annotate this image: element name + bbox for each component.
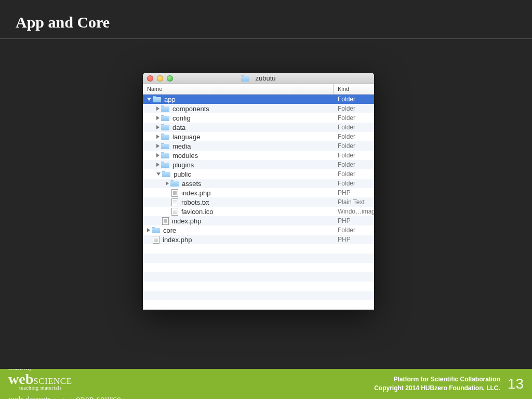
chevron-down-icon[interactable]	[147, 98, 151, 101]
file-row[interactable]: componentsFolder	[143, 104, 374, 113]
file-row[interactable]: assetsFolder	[143, 179, 374, 188]
file-kind: Folder	[334, 142, 374, 150]
folder-icon	[170, 180, 179, 187]
empty-row	[143, 254, 374, 263]
spacer	[147, 237, 151, 242]
file-row[interactable]: index.phpPHP	[143, 235, 374, 244]
file-name: public	[174, 170, 191, 178]
page-number: 13	[508, 376, 524, 392]
folder-icon	[161, 143, 169, 149]
file-row[interactable]: appFolder	[143, 95, 374, 104]
file-row[interactable]: index.phpPHP	[143, 188, 374, 197]
folder-icon	[162, 171, 170, 177]
empty-row	[143, 272, 374, 282]
chevron-right-icon[interactable]	[156, 163, 159, 167]
slide-title: App and Core	[0, 0, 532, 38]
file-row[interactable]: robots.txtPlain Text	[143, 197, 374, 207]
file-kind: PHP	[334, 236, 374, 243]
file-icon	[162, 217, 169, 225]
chevron-right-icon[interactable]	[166, 181, 169, 185]
file-name: assets	[182, 180, 202, 188]
spacer	[166, 209, 170, 214]
file-name: app	[164, 96, 176, 103]
folder-icon	[241, 75, 249, 82]
file-name: index.php	[172, 217, 201, 225]
column-header-name[interactable]: Name	[143, 84, 334, 94]
spacer	[166, 200, 170, 204]
file-kind: Folder	[334, 170, 374, 178]
file-row[interactable]: index.phpPHP	[143, 216, 374, 225]
empty-row	[143, 244, 374, 254]
file-name: index.php	[181, 189, 210, 197]
folder-icon	[161, 162, 169, 168]
file-name: data	[172, 124, 185, 131]
window-title: zubutu	[143, 74, 374, 82]
footer-right: Platform for Scientific Collaboration Co…	[374, 375, 524, 393]
zoom-icon[interactable]	[167, 75, 173, 82]
file-kind: PHP	[334, 189, 374, 196]
file-row[interactable]: pluginsFolder	[143, 160, 374, 169]
file-icon	[171, 198, 178, 206]
chevron-right-icon[interactable]	[156, 135, 159, 139]
empty-row	[143, 300, 374, 310]
column-headers: Name Kind	[143, 84, 374, 95]
chevron-right-icon[interactable]	[156, 144, 159, 148]
file-row[interactable]: publicFolder	[143, 169, 374, 179]
spacer	[156, 219, 161, 223]
file-name: robots.txt	[181, 198, 209, 206]
folder-icon	[161, 134, 169, 140]
footer-line1: Platform for Scientific Collaboration	[374, 375, 500, 384]
file-kind: Folder	[334, 180, 374, 187]
folder-icon	[153, 96, 161, 102]
file-icon	[171, 189, 178, 197]
file-name: index.php	[163, 236, 192, 244]
chevron-right-icon[interactable]	[156, 125, 159, 129]
titlebar[interactable]: zubutu	[143, 73, 374, 84]
file-kind: Folder	[334, 227, 374, 234]
footer-line2: Copyright 2014 HUBzero Foundation, LLC.	[374, 384, 500, 393]
file-kind: Folder	[334, 161, 374, 168]
empty-row	[143, 263, 374, 272]
footer-art: teractivity webSCIENCE teaching material…	[8, 369, 121, 399]
traffic-lights	[147, 75, 173, 82]
file-row[interactable]: configFolder	[143, 113, 374, 123]
file-row[interactable]: favicon.icoWindo…imag	[143, 207, 374, 216]
file-kind: Plain Text	[334, 198, 374, 206]
empty-row	[143, 282, 374, 291]
spacer	[166, 191, 170, 195]
file-name: config	[172, 114, 191, 122]
file-kind: Folder	[334, 105, 374, 112]
chevron-right-icon[interactable]	[156, 116, 159, 120]
file-kind: Folder	[334, 114, 374, 122]
empty-row	[143, 291, 374, 300]
folder-icon	[161, 152, 169, 158]
file-row[interactable]: mediaFolder	[143, 141, 374, 151]
file-icon	[153, 236, 159, 244]
file-kind: PHP	[334, 217, 374, 224]
finder-window: zubutu Name Kind appFoldercomponentsFold…	[143, 73, 374, 310]
chevron-down-icon[interactable]	[156, 172, 161, 176]
file-row[interactable]: dataFolder	[143, 123, 374, 132]
chevron-right-icon[interactable]	[156, 107, 159, 111]
file-row[interactable]: coreFolder	[143, 225, 374, 235]
file-list: appFoldercomponentsFolderconfigFolderdat…	[143, 95, 374, 310]
file-name: media	[172, 142, 191, 150]
folder-icon	[161, 105, 169, 112]
file-row[interactable]: modulesFolder	[143, 151, 374, 160]
close-icon[interactable]	[147, 75, 153, 82]
file-kind: Folder	[334, 152, 374, 159]
file-row[interactable]: languageFolder	[143, 132, 374, 141]
file-kind: Folder	[334, 96, 374, 103]
file-name: favicon.ico	[181, 208, 213, 216]
footer: teractivity webSCIENCE teaching material…	[0, 369, 532, 399]
file-name: modules	[172, 152, 198, 159]
folder-icon	[161, 124, 169, 130]
minimize-icon[interactable]	[157, 75, 163, 82]
file-kind: Folder	[334, 133, 374, 140]
chevron-right-icon[interactable]	[147, 228, 150, 232]
file-kind: Folder	[334, 124, 374, 131]
chevron-right-icon[interactable]	[156, 153, 159, 157]
column-header-kind[interactable]: Kind	[334, 84, 374, 94]
file-name: core	[163, 227, 176, 234]
window-title-text: zubutu	[255, 74, 275, 82]
